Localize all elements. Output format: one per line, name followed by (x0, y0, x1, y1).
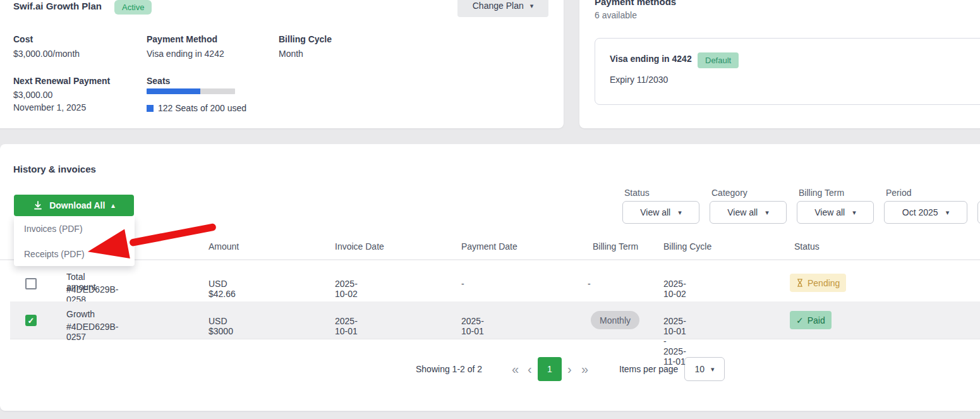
status-filter-label: Status (624, 188, 650, 198)
billing-term-pill: Monthly (591, 311, 639, 329)
col-header-payment-date: Payment Date (461, 241, 517, 252)
red-arrow-annotation (76, 209, 278, 272)
invoice-name: Growth (66, 309, 95, 319)
chevron-down-icon: ▾ (765, 209, 769, 216)
category-filter-dropdown[interactable]: View all ▾ (710, 201, 787, 224)
seats-progress-bar (147, 88, 235, 94)
billing-cycle: 2025-10-01 - 2025-11-01 (663, 316, 686, 367)
payment-method-label: Payment Method (147, 34, 217, 44)
billing-cycle-value: Month (279, 49, 303, 59)
status-badge-pending: Pending (790, 274, 846, 292)
history-title: History & invoices (13, 164, 96, 174)
seats-label: Seats (147, 76, 170, 86)
check-icon: ✓ (796, 315, 804, 325)
previous-page-icon[interactable]: ‹ (528, 363, 532, 375)
change-plan-label: Change Plan (473, 1, 524, 11)
row-checkbox[interactable] (25, 278, 37, 289)
billing-term-filter-value: View all (814, 207, 845, 217)
status-filter-dropdown[interactable]: View all ▾ (622, 201, 699, 224)
invoice-date: 2025-10-02 (335, 279, 358, 299)
next-renewal-amount: $3,000.00 (13, 90, 52, 100)
default-badge: Default (698, 52, 739, 68)
payment-date: - (461, 279, 464, 289)
invoice-id: #4DED629B-0257 (66, 322, 119, 342)
row-checkbox[interactable]: ✓ (25, 315, 37, 326)
payment-methods-title: Payment methods (595, 0, 676, 7)
plan-status-badge: Active (114, 0, 152, 15)
download-icon (33, 200, 43, 210)
page-1-button[interactable]: 1 (538, 357, 562, 381)
seats-legend-square-icon (147, 105, 154, 112)
chevron-down-icon: ▾ (711, 366, 715, 373)
category-filter-value: View all (727, 207, 758, 217)
billing-page: Swif.ai Growth Plan Active Change Plan ▾… (0, 0, 980, 419)
status-label: Pending (808, 278, 840, 288)
col-header-invoice-date: Invoice Date (335, 241, 384, 252)
billing-term-filter-dropdown[interactable]: View all ▾ (797, 201, 874, 224)
next-renewal-label: Next Renewal Payment (13, 76, 110, 86)
chevron-down-icon: ▾ (946, 209, 950, 216)
hourglass-icon (796, 278, 804, 288)
payment-method-expiry: Expiry 11/2030 (610, 75, 668, 85)
billing-term: - (588, 279, 591, 289)
next-page-icon[interactable]: › (567, 363, 572, 375)
billing-cycle-label: Billing Cycle (279, 34, 332, 44)
first-page-icon[interactable]: « (512, 363, 519, 375)
invoice-amount: USD $42.66 (209, 279, 236, 299)
cost-value: $3,000.00/month (13, 49, 80, 59)
chevron-down-icon: ▾ (530, 3, 534, 9)
pagination-summary: Showing 1-2 of 2 (416, 364, 482, 374)
items-per-page-dropdown[interactable]: 10 ▾ (684, 357, 725, 381)
next-renewal-date: November 1, 2025 (13, 102, 86, 112)
check-icon: ✓ (28, 316, 35, 325)
col-header-status: Status (794, 241, 820, 252)
status-badge-paid: ✓ Paid (790, 311, 832, 329)
items-per-page-value: 10 (694, 364, 705, 374)
seats-caption: 122 Seats of 200 used (158, 103, 246, 113)
plan-title: Swif.ai Growth Plan (13, 1, 102, 11)
period-filter-dropdown[interactable]: Oct 2025 ▾ (884, 201, 967, 224)
col-header-billing-cycle: Billing Cycle (663, 241, 711, 252)
period-filter-value: Oct 2025 (902, 207, 938, 217)
billing-term-filter-label: Billing Term (799, 188, 844, 198)
last-page-icon[interactable]: » (581, 363, 588, 375)
seats-progress-fill (147, 88, 200, 94)
payment-method-item[interactable] (595, 38, 980, 105)
chevron-up-icon: ▴ (111, 202, 115, 209)
col-header-billing-term: Billing Term (593, 241, 638, 252)
period-filter-label: Period (886, 188, 911, 198)
payment-date: 2025-10-01 (461, 316, 484, 336)
status-filter-value: View all (640, 207, 670, 217)
chevron-down-icon: ▾ (852, 209, 856, 216)
status-label: Paid (808, 315, 825, 325)
change-plan-button[interactable]: Change Plan ▾ (457, 0, 548, 17)
partial-filter-dropdown[interactable] (977, 201, 980, 224)
category-filter-label: Category (711, 188, 747, 198)
payment-method-value: Visa ending in 4242 (147, 49, 224, 59)
chevron-down-icon: ▾ (678, 209, 682, 216)
seats-legend: 122 Seats of 200 used (147, 103, 246, 113)
invoice-date: 2025-10-01 (335, 316, 358, 336)
invoice-amount: USD $3000 (209, 316, 233, 336)
payment-method-name: Visa ending in 4242 (610, 54, 692, 64)
cost-label: Cost (13, 34, 33, 44)
payment-methods-count: 6 available (595, 10, 637, 20)
table-row-divider (10, 339, 980, 339)
table-row-selected-background (10, 301, 980, 339)
